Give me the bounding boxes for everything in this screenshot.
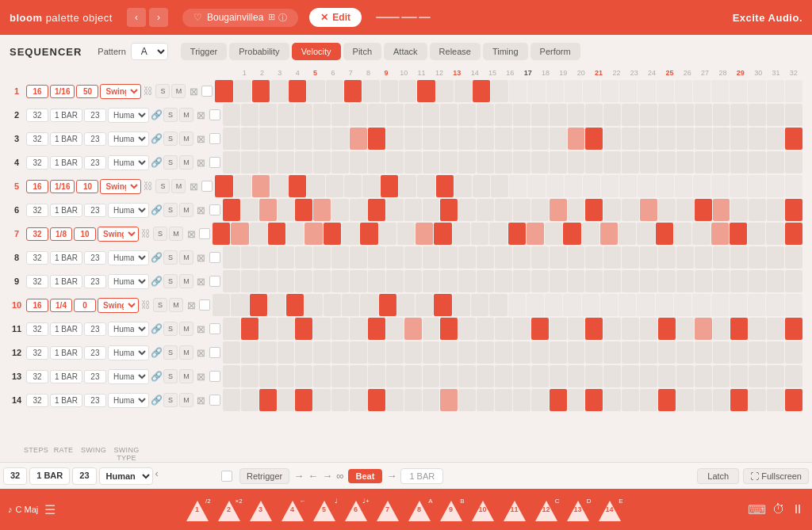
cell[interactable] bbox=[676, 104, 694, 126]
cell[interactable] bbox=[362, 80, 380, 102]
unlink-icon-1[interactable]: ⛓ bbox=[143, 86, 154, 97]
transport-btn-7[interactable]: 7 bbox=[373, 496, 403, 523]
cell[interactable] bbox=[785, 80, 802, 102]
solo-btn-2[interactable]: S bbox=[163, 108, 178, 122]
cell[interactable] bbox=[241, 104, 259, 126]
cell[interactable] bbox=[603, 104, 621, 126]
cell[interactable] bbox=[423, 104, 440, 126]
rate-2[interactable]: 1 BAR bbox=[50, 109, 82, 122]
steps-2[interactable]: 32 bbox=[26, 109, 48, 122]
type-select-1[interactable]: Swing bbox=[100, 84, 141, 99]
cell[interactable] bbox=[289, 80, 306, 102]
type-global[interactable]: Human bbox=[99, 467, 153, 485]
unlink-icon-10[interactable]: ⛓ bbox=[140, 299, 151, 311]
cell[interactable] bbox=[350, 104, 367, 126]
preset-icon-save[interactable]: ⊞ bbox=[268, 12, 275, 24]
cell[interactable] bbox=[252, 80, 270, 102]
cell[interactable] bbox=[546, 80, 564, 102]
cell[interactable] bbox=[295, 104, 312, 126]
cell[interactable] bbox=[234, 80, 251, 102]
transport-btn-12[interactable]: 12 C bbox=[531, 496, 561, 523]
cell[interactable] bbox=[417, 80, 435, 102]
cell[interactable] bbox=[313, 104, 331, 126]
cell[interactable] bbox=[477, 104, 494, 126]
cell[interactable] bbox=[565, 80, 582, 102]
transport-right-arrow[interactable]: → bbox=[293, 470, 304, 482]
cell[interactable] bbox=[458, 104, 476, 126]
cell[interactable] bbox=[473, 80, 490, 102]
steps-input-1[interactable]: 16 bbox=[26, 85, 48, 98]
transport-btn-2[interactable]: 2 ×2 bbox=[214, 496, 244, 523]
cell[interactable] bbox=[344, 80, 362, 102]
cell[interactable] bbox=[767, 104, 784, 126]
tab-probability[interactable]: Probability bbox=[229, 43, 289, 60]
transport-btn-6[interactable]: 6 ♩+ bbox=[341, 496, 371, 523]
rate-global[interactable]: 1 BAR bbox=[29, 467, 70, 485]
cell[interactable] bbox=[638, 80, 655, 102]
cell[interactable] bbox=[454, 80, 472, 102]
cell[interactable] bbox=[583, 80, 600, 102]
clock-icon[interactable]: ⏱ bbox=[772, 502, 785, 517]
cell[interactable] bbox=[440, 104, 458, 126]
cell[interactable] bbox=[381, 80, 398, 102]
transport-check[interactable] bbox=[221, 471, 232, 482]
steps-global[interactable]: 32 bbox=[3, 467, 27, 485]
cell[interactable] bbox=[767, 80, 784, 102]
cell[interactable] bbox=[585, 104, 603, 126]
cell[interactable] bbox=[495, 104, 512, 126]
cell[interactable] bbox=[693, 80, 710, 102]
cell[interactable] bbox=[568, 104, 585, 126]
solo-btn-1[interactable]: S bbox=[155, 84, 170, 98]
cell[interactable] bbox=[307, 80, 324, 102]
nav-back-button[interactable]: ‹ bbox=[127, 8, 146, 27]
cell[interactable] bbox=[601, 80, 619, 102]
unlink-icon-7[interactable]: ⛓ bbox=[140, 228, 151, 239]
cell[interactable] bbox=[531, 104, 549, 126]
link-icon-3[interactable]: 🔗 bbox=[151, 133, 162, 144]
link-icon-14[interactable]: 🔗 bbox=[151, 395, 162, 406]
cell[interactable] bbox=[657, 80, 674, 102]
transport-btn-14[interactable]: 14 E bbox=[595, 496, 625, 523]
cell[interactable] bbox=[509, 80, 527, 102]
slider-area[interactable] bbox=[376, 17, 431, 18]
fullscreen-button[interactable]: ⛶ Fullscreen bbox=[743, 468, 809, 484]
nav-forward-button[interactable]: › bbox=[149, 8, 168, 27]
cell[interactable] bbox=[368, 104, 385, 126]
cell[interactable] bbox=[711, 80, 729, 102]
cell[interactable] bbox=[730, 104, 748, 126]
link-icon-4[interactable]: 🔗 bbox=[151, 157, 162, 168]
cell[interactable] bbox=[436, 80, 454, 102]
mute-btn-1[interactable]: M bbox=[171, 84, 186, 98]
tab-trigger[interactable]: Trigger bbox=[181, 43, 227, 60]
beat-arrow[interactable]: → bbox=[386, 470, 396, 482]
transport-btn-5[interactable]: 5 ♩ bbox=[309, 496, 339, 523]
cell[interactable] bbox=[491, 80, 508, 102]
cell[interactable] bbox=[619, 80, 637, 102]
cell[interactable] bbox=[326, 80, 343, 102]
tab-velocity[interactable]: Velocity bbox=[292, 43, 341, 60]
tab-timing[interactable]: Timing bbox=[483, 43, 528, 60]
cell[interactable] bbox=[730, 80, 747, 102]
cell[interactable] bbox=[259, 104, 277, 126]
link-icon-9[interactable]: 🔗 bbox=[151, 276, 162, 287]
transport-btn-3[interactable]: 3 bbox=[246, 496, 276, 523]
keyboard-icon[interactable]: ⌨ bbox=[748, 502, 766, 517]
cell[interactable] bbox=[215, 80, 232, 102]
bars-icon[interactable]: ⏸ bbox=[791, 502, 804, 517]
link-icon-8[interactable]: 🔗 bbox=[151, 252, 162, 263]
transport-left-arrow[interactable]: ← bbox=[308, 470, 318, 482]
cell[interactable] bbox=[658, 104, 676, 126]
transport-right-arrow2[interactable]: → bbox=[322, 470, 332, 482]
link-icon-13[interactable]: 🔗 bbox=[151, 371, 162, 382]
rate-input-1[interactable]: 1/16 bbox=[50, 85, 75, 98]
rand-icon-1[interactable]: ⊠ bbox=[187, 86, 200, 97]
cell[interactable] bbox=[331, 104, 349, 126]
transport-btn-9[interactable]: 9 B bbox=[436, 496, 466, 523]
tab-pitch[interactable]: Pitch bbox=[343, 43, 381, 60]
link-icon-2[interactable]: 🔗 bbox=[151, 109, 162, 120]
prev-arrow[interactable]: ‹ bbox=[155, 467, 159, 485]
preset-icon-info[interactable]: ⓘ bbox=[278, 12, 287, 24]
retrigger-button[interactable]: Retrigger bbox=[239, 468, 289, 484]
cell[interactable] bbox=[622, 104, 639, 126]
link-icon-11[interactable]: 🔗 bbox=[151, 323, 162, 334]
